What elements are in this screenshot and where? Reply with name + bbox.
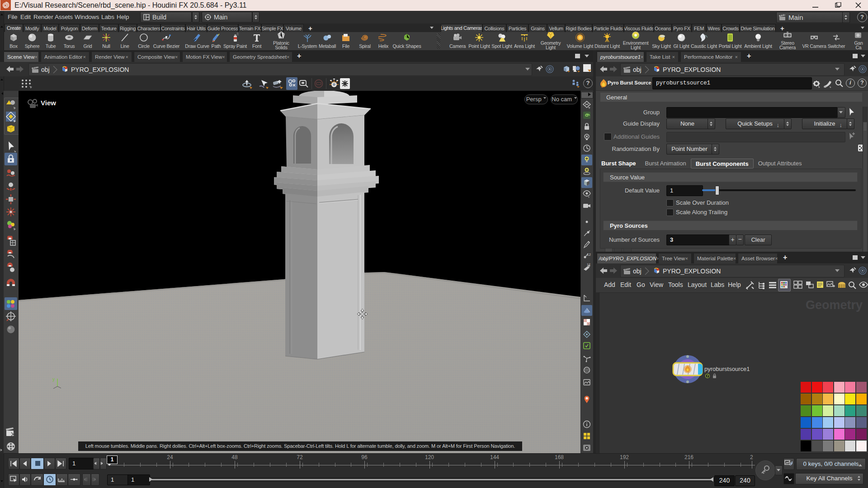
- svg-text:12: 12: [587, 263, 590, 266]
- svg-text:12: 12: [587, 253, 591, 257]
- svg-text:y: y: [52, 377, 55, 382]
